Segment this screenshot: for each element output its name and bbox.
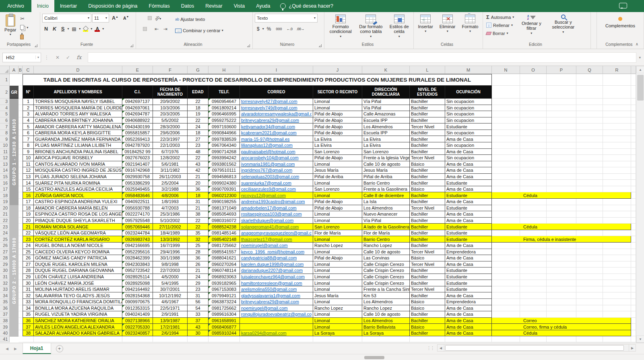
cell-edad[interactable]: 31 bbox=[188, 292, 208, 299]
scroll-down-icon[interactable]: ▼ bbox=[636, 335, 644, 343]
tab-revisar[interactable]: Revisar bbox=[200, 0, 228, 12]
empty-cell[interactable] bbox=[603, 174, 631, 180]
cell-fecha[interactable]: 9/8/1998 bbox=[153, 261, 188, 268]
cell-ocupacion[interactable]: Ama de Casa bbox=[445, 255, 492, 261]
email-link[interactable]: candypatricia88@gmail.com bbox=[241, 255, 297, 260]
empty-cell[interactable] bbox=[576, 180, 603, 186]
cell-nivel[interactable]: Bachiller bbox=[410, 174, 445, 180]
cell-fecha[interactable]: 2/9/1991 bbox=[153, 311, 188, 318]
cell-fecha[interactable]: 4/7/2003 bbox=[153, 205, 188, 212]
cell-direccion[interactable]: Calle 10 de agosto bbox=[362, 161, 410, 168]
cell-sector[interactable]: Piñal de Abajo bbox=[313, 155, 362, 161]
paste-button[interactable]: Pegar ▾ bbox=[2, 13, 19, 37]
empty-cell[interactable] bbox=[603, 205, 631, 212]
cell-nombre[interactable]: CAICEDO OLVERA KEYCO ROMINA bbox=[34, 249, 122, 255]
empty-cell[interactable] bbox=[603, 105, 631, 111]
cell-ci[interactable]: 0912353315 bbox=[122, 305, 153, 312]
cell-ocupacion[interactable]: Estudiante bbox=[445, 192, 492, 199]
cell-ci[interactable]: 0927138966 bbox=[122, 318, 153, 324]
cell-ocupacion[interactable]: Ama de Casa bbox=[445, 305, 492, 312]
cell-fecha[interactable]: 16/7/1999 bbox=[153, 243, 188, 249]
empty-cell[interactable] bbox=[492, 167, 520, 174]
cell-sector[interactable]: Rancho Lopez bbox=[313, 305, 362, 312]
empty-cell[interactable] bbox=[188, 336, 208, 342]
cell-sector[interactable]: Jesus María bbox=[313, 167, 362, 174]
cell-nivel[interactable]: Básico bbox=[410, 186, 445, 193]
empty-cell[interactable] bbox=[576, 136, 603, 142]
cell-correo[interactable]: ingridmos767@gmail.com bbox=[240, 167, 313, 174]
email-link[interactable]: thaizcortez17@gmail.com bbox=[241, 237, 292, 242]
cell-telf[interactable]: 0994586813 bbox=[208, 174, 240, 180]
cell-fecha[interactable]: 22/1/2003 bbox=[153, 142, 188, 149]
column-title-8[interactable]: SECTOR O RECINTO bbox=[313, 86, 362, 99]
currency-dropdown-icon[interactable]: ▾ bbox=[262, 27, 264, 31]
cell-ci[interactable]: 0956930788 bbox=[122, 205, 153, 212]
empty-cell[interactable] bbox=[492, 267, 520, 274]
cell-numero[interactable]: 4 bbox=[23, 117, 34, 124]
row-header-22[interactable]: 22 bbox=[0, 218, 10, 224]
cell-fecha[interactable]: 4/5/2000 bbox=[153, 274, 188, 280]
vertical-scrollbar[interactable]: ▲ ▼ bbox=[636, 66, 644, 343]
cell-sector[interactable]: Rancho Lopez bbox=[313, 243, 362, 249]
cell-ocupacion[interactable]: Ama de Casa bbox=[445, 136, 492, 142]
cell-numero[interactable]: 30 bbox=[23, 280, 34, 286]
collapse-ribbon-icon[interactable]: ∧ bbox=[636, 42, 638, 46]
cell-direccion[interactable]: Jesus María bbox=[362, 167, 410, 174]
empty-cell[interactable] bbox=[576, 286, 603, 293]
cell-nombre[interactable]: SALAVARRIA TEYO GLADYS JESÚS bbox=[34, 292, 122, 299]
cell-b[interactable] bbox=[19, 86, 23, 99]
cell-fecha[interactable]: 26/11/2003 bbox=[153, 174, 188, 180]
cell-b[interactable] bbox=[19, 292, 23, 299]
cell-nombre[interactable]: SALAZAR ALVARADO KAREN GABRIELA bbox=[34, 330, 122, 337]
cell-ci[interactable]: 0958483646 bbox=[122, 192, 153, 199]
column-title-2[interactable]: APELLIDOS Y NOMBRES bbox=[34, 86, 122, 99]
email-link[interactable]: alvaradotorresamywaleska@gmail.com bbox=[241, 111, 312, 116]
cell-numero[interactable]: 29 bbox=[23, 274, 34, 280]
cancel-formula-icon[interactable]: ✕ bbox=[52, 55, 63, 60]
cell-correo[interactable]: candypatricia88@gmail.com bbox=[240, 255, 313, 261]
empty-cell[interactable] bbox=[603, 230, 631, 237]
cell-direccion[interactable]: Calle Crispin Cerezo bbox=[362, 274, 410, 280]
decrease-decimal-button[interactable]: .00→ bbox=[295, 27, 306, 31]
cell-nombre[interactable]: AMADOR CABRERA MARÍA BELÉN bbox=[34, 205, 122, 212]
enter-formula-icon[interactable]: ✓ bbox=[63, 55, 73, 60]
align-left-button[interactable] bbox=[138, 27, 142, 31]
cell-telf[interactable]: 0967064340 bbox=[208, 142, 240, 149]
empty-cell[interactable] bbox=[603, 292, 631, 299]
email-link[interactable]: lilianapluas12@gmail.com bbox=[241, 143, 293, 148]
empty-cell[interactable] bbox=[576, 205, 603, 212]
cell-numero[interactable]: 26 bbox=[23, 255, 34, 261]
tab-inicio[interactable]: Inicio bbox=[31, 0, 54, 12]
cell-ci[interactable]: 0940241409 bbox=[122, 311, 153, 318]
empty-cell[interactable] bbox=[547, 199, 576, 205]
cell-nivel[interactable]: Bachiller bbox=[410, 111, 445, 117]
email-link[interactable]: arelismolina550@gmail.com bbox=[241, 287, 297, 292]
empty-cell[interactable] bbox=[520, 142, 547, 149]
row-header-17[interactable]: 17 bbox=[0, 186, 10, 193]
column-header-A[interactable]: A bbox=[10, 66, 19, 74]
cell-edad[interactable]: 25 bbox=[188, 243, 208, 249]
cell-b[interactable] bbox=[19, 267, 23, 274]
cell-nivel[interactable]: Bachiller bbox=[410, 280, 445, 286]
cell-b[interactable] bbox=[19, 192, 23, 199]
cell-nivel[interactable]: Bachiller bbox=[410, 230, 445, 237]
column-header-K[interactable]: K bbox=[362, 66, 410, 74]
cell-ocupacion[interactable]: Estudiante bbox=[445, 280, 492, 286]
cell-ci[interactable]: 0916742968 bbox=[122, 167, 153, 174]
cell-direccion[interactable]: Rancho Lopez bbox=[362, 243, 410, 249]
empty-cell[interactable] bbox=[520, 86, 547, 99]
cell-nombre[interactable]: PIBAQUE DUQUE SHEYLA SKARLETH bbox=[34, 218, 122, 224]
cell-numero[interactable]: 32 bbox=[23, 292, 34, 299]
dialog-launcher-icon[interactable] bbox=[130, 44, 133, 47]
tab-formulas[interactable]: Fórmulas bbox=[143, 0, 175, 12]
column-header-H[interactable]: H bbox=[208, 66, 240, 74]
email-link[interactable]: skarlethduque@gmail.com bbox=[241, 218, 293, 223]
row-header-15[interactable]: 15 bbox=[0, 174, 10, 180]
cell-b[interactable] bbox=[19, 180, 23, 186]
cell-ci[interactable]: 0928925114 bbox=[122, 274, 153, 280]
cell-direccion[interactable]: Los Almendros bbox=[362, 123, 410, 130]
cell-numero[interactable]: 20 bbox=[23, 218, 34, 224]
empty-cell[interactable] bbox=[492, 243, 520, 249]
cell-sector[interactable]: Limonal bbox=[313, 318, 362, 324]
empty-cell[interactable] bbox=[547, 286, 576, 293]
